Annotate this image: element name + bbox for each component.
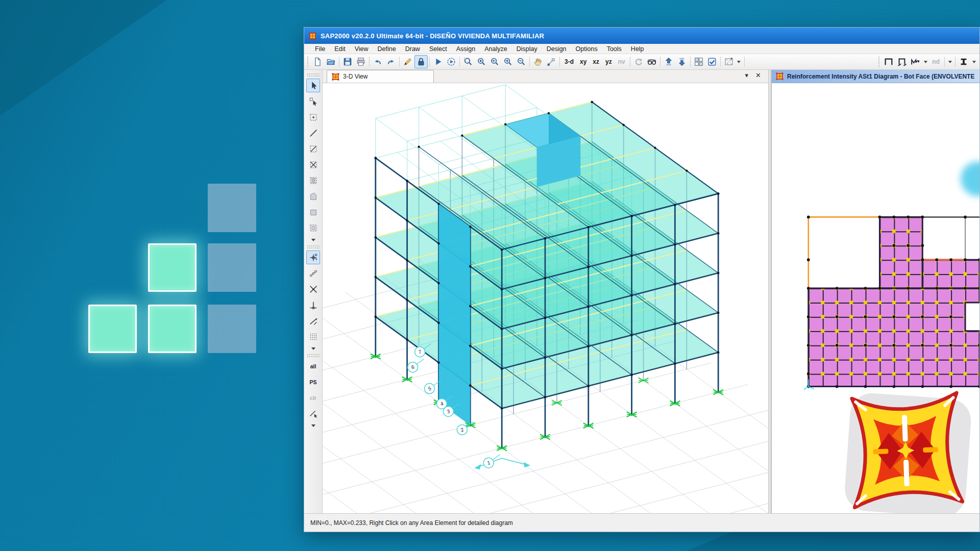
i-section-button[interactable]	[957, 55, 970, 68]
lock-button[interactable]	[414, 55, 428, 68]
toolbar-drag-handle[interactable]	[878, 56, 880, 67]
display-options-button[interactable]	[722, 55, 736, 68]
status-bar: MIN=0., MAX=0.233, Right Click on any Ar…	[304, 513, 979, 532]
toolbar-yz-button[interactable]: yz	[602, 55, 615, 68]
draw-frame-button[interactable]	[306, 126, 320, 140]
quick-frame-button[interactable]	[306, 142, 320, 156]
print-button[interactable]	[354, 55, 368, 68]
menu-item-tools[interactable]: Tools	[602, 45, 626, 53]
sap-logo-watermark	[843, 392, 972, 513]
menu-item-view[interactable]: View	[350, 45, 373, 53]
toolbar-separator	[630, 57, 630, 67]
toolbar-xz-button[interactable]: xz	[590, 55, 602, 68]
tab-dropdown-button[interactable]: ▾	[745, 72, 749, 79]
side-clr-button[interactable]: clr	[306, 391, 320, 405]
draw-special-joint-button[interactable]	[306, 110, 320, 124]
reinforcement-diagram-canvas[interactable]	[772, 83, 979, 513]
quick-secondary-beams-button[interactable]	[306, 173, 320, 187]
menu-item-assign[interactable]: Assign	[452, 45, 480, 53]
pointer-button[interactable]	[306, 79, 320, 92]
toolbar-separator	[720, 57, 721, 67]
right-pane-header[interactable]: Reinforcement Intensity ASt1 Diagram - B…	[772, 70, 979, 83]
menu-item-define[interactable]: Define	[373, 45, 401, 53]
toolbar-nd-button[interactable]: nd	[929, 55, 943, 68]
menu-item-help[interactable]: Help	[626, 45, 649, 53]
side-all-button[interactable]: all	[306, 359, 320, 373]
caret-button[interactable]	[970, 55, 977, 68]
draw-poly-area-button[interactable]	[306, 189, 320, 203]
window-title: SAP2000 v20.2.0 Ultimate 64-bit - DISEÑO…	[321, 32, 544, 40]
open-file-button[interactable]	[324, 55, 337, 68]
zoom-previous-button[interactable]	[488, 55, 501, 68]
new-file-button[interactable]	[311, 55, 324, 68]
quick-area-button[interactable]	[306, 221, 320, 235]
menu-item-file[interactable]: File	[310, 45, 330, 53]
toolbar-nv-button[interactable]: nv	[615, 55, 628, 68]
side-caret-button[interactable]	[306, 345, 320, 352]
pointer-node-button[interactable]	[306, 94, 320, 108]
save-button[interactable]	[341, 55, 354, 68]
move-down-button[interactable]	[675, 55, 689, 68]
menu-item-edit[interactable]: Edit	[330, 45, 350, 53]
cyan-glow-circle	[961, 162, 979, 196]
run-analysis-button[interactable]	[445, 55, 458, 68]
tab-3d-view[interactable]: 3-D View	[327, 70, 434, 83]
menu-item-design[interactable]: Design	[542, 45, 571, 53]
snap-perpendicular-button[interactable]	[306, 298, 320, 312]
side-PS-button[interactable]: PS	[306, 375, 320, 389]
right-pane-sap-icon	[775, 72, 784, 81]
rotate-3d-button[interactable]	[632, 55, 645, 68]
side-toolbar-separator	[307, 245, 320, 248]
zoom-in-button[interactable]	[501, 55, 514, 68]
perspective-glasses-button[interactable]	[645, 55, 658, 68]
tile-windows-button[interactable]	[692, 55, 705, 68]
caret-button[interactable]	[736, 55, 743, 68]
zoom-rubber-band-button[interactable]	[461, 55, 475, 68]
reshape-element-button[interactable]	[545, 55, 558, 68]
select-check-button[interactable]	[705, 55, 719, 68]
frame-supports-button[interactable]	[895, 55, 909, 68]
tab-sap-icon	[331, 72, 340, 81]
menu-item-analyze[interactable]: Analyze	[480, 45, 511, 53]
caret-button[interactable]	[946, 55, 953, 68]
select-intersecting-line-button[interactable]	[306, 407, 320, 420]
quick-braces-button[interactable]	[306, 158, 320, 171]
3d-view-canvas[interactable]: 7654321	[323, 83, 768, 513]
moment-m-button[interactable]	[909, 55, 922, 68]
snap-intersections-button[interactable]	[306, 282, 320, 296]
side-caret-button[interactable]	[306, 237, 320, 243]
draw-rect-area-button[interactable]	[306, 205, 320, 219]
snap-lines-button[interactable]	[306, 314, 320, 328]
run-play-button[interactable]	[431, 55, 445, 68]
draw-pencil-button[interactable]	[401, 55, 414, 68]
toolbar-separator	[529, 57, 530, 67]
toolbar-separator	[744, 57, 745, 67]
snap-joints-button[interactable]	[306, 251, 320, 264]
menu-item-select[interactable]: Select	[425, 45, 452, 53]
caret-button[interactable]	[922, 55, 929, 68]
menu-item-draw[interactable]: Draw	[401, 45, 425, 53]
toolbar-separator	[399, 57, 400, 67]
menu-item-display[interactable]: Display	[512, 45, 542, 53]
zoom-out-button[interactable]	[514, 55, 528, 68]
decor-square-mint-2	[148, 243, 197, 292]
snap-fine-grid-button[interactable]	[306, 330, 320, 343]
tab-close-button[interactable]: ✕	[755, 72, 761, 79]
decor-square-mint-3	[148, 305, 197, 353]
undo-button[interactable]	[371, 55, 384, 68]
move-up-button[interactable]	[662, 55, 675, 68]
title-bar[interactable]: SAP2000 v20.2.0 Ultimate 64-bit - DISEÑO…	[304, 28, 979, 44]
side-toolbar-handle[interactable]	[307, 73, 320, 77]
toolbar-3-d-button[interactable]: 3-d	[561, 55, 577, 68]
toolbar-xy-button[interactable]: xy	[577, 55, 590, 68]
zoom-restore-button[interactable]	[475, 55, 488, 68]
toolbar-separator	[429, 57, 430, 67]
redo-button[interactable]	[384, 55, 398, 68]
side-caret-button[interactable]	[306, 422, 320, 429]
menu-item-options[interactable]: Options	[571, 45, 602, 53]
frame-top-button[interactable]	[882, 55, 895, 68]
snap-midpoints-button[interactable]	[306, 266, 320, 280]
toolbar-drag-handle[interactable]	[307, 56, 309, 67]
pan-hand-button[interactable]	[531, 55, 545, 68]
toolbar-separator	[944, 57, 945, 67]
